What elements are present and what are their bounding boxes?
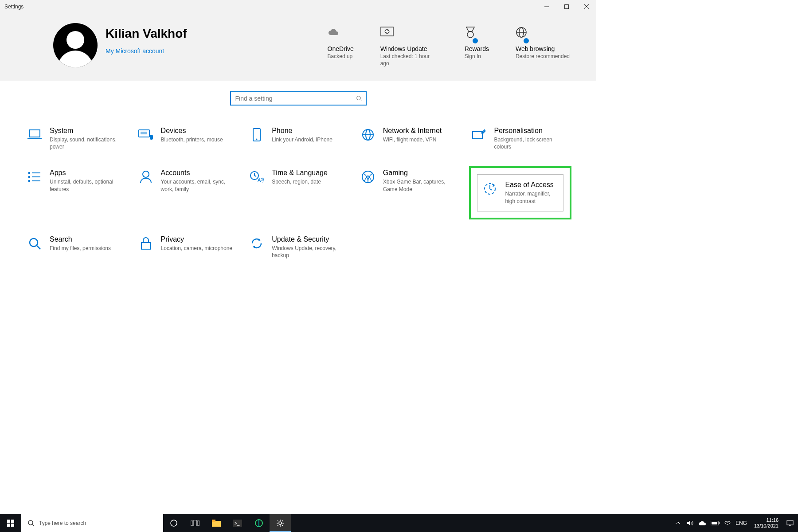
category-gaming[interactable]: GamingXbox Game Bar, captures, Game Mode [358,166,461,219]
tile-label: Web browsing [516,45,555,52]
category-privacy[interactable]: PrivacyLocation, camera, microphone [136,233,239,262]
ease-of-access-highlight: Ease of AccessNarrator, magnifier, high … [469,166,571,219]
search-row [0,81,596,116]
svg-point-5 [467,31,473,38]
svg-rect-22 [473,132,482,139]
xbox-icon [360,169,376,185]
categories-grid: SystemDisplay, sound, notifications, pow… [0,116,596,270]
svg-point-29 [143,171,149,177]
tile-label: Rewards [465,45,489,52]
tile-sub: Last checked: 1 hour ago [380,53,438,67]
search-icon [27,235,43,251]
category-label: Personalisation [494,127,570,135]
category-sub: WiFi, flight mode, VPN [383,136,458,143]
tile-onedrive[interactable]: OneDrive Backed up [328,23,354,67]
my-account-link[interactable]: My Microsoft account [106,47,187,55]
category-system[interactable]: SystemDisplay, sound, notifications, pow… [25,124,127,153]
category-phone[interactable]: PhoneLink your Android, iPhone [247,124,349,153]
category-label: Update & Security [272,235,348,243]
category-label: Gaming [383,169,459,177]
svg-point-9 [356,96,360,100]
category-accounts[interactable]: AccountsYour accounts, email, sync, work… [136,166,239,219]
category-devices[interactable]: DevicesBluetooth, printers, mouse [136,124,239,153]
category-label: Devices [161,127,237,135]
tile-sub: Backed up [328,53,353,60]
category-sub: Windows Update, recovery, backup [272,245,347,259]
svg-rect-24 [28,176,30,178]
svg-point-36 [30,239,38,246]
svg-rect-16 [150,135,153,140]
category-sub: Your accounts, email, sync, work, family [161,178,236,192]
maximize-button[interactable] [556,0,576,13]
category-ease-of-access[interactable]: Ease of AccessNarrator, magnifier, high … [477,174,563,211]
keyboard-icon [138,127,154,143]
svg-line-37 [37,246,40,249]
laptop-icon [27,127,43,143]
search-box[interactable] [230,91,367,106]
svg-rect-23 [28,172,30,174]
category-apps[interactable]: AppsUninstall, defaults, optional featur… [25,166,127,219]
search-input[interactable] [235,94,356,102]
tile-web-browsing[interactable]: Web browsing Restore recommended [516,23,570,67]
header-tiles: OneDrive Backed up Windows Update Last c… [328,23,579,67]
category-label: System [50,127,125,135]
category-personalisation[interactable]: PersonalisationBackground, lock screen, … [469,124,571,153]
tile-sub: Restore recommended [516,53,570,60]
phone-icon [249,127,265,143]
category-sub: Bluetooth, printers, mouse [161,136,236,143]
user-info: Kilian Valkhof My Microsoft account [106,23,187,55]
svg-rect-4 [381,27,393,36]
search-icon [356,95,362,102]
category-sub: Narrator, magnifier, high contrast [505,190,559,204]
user-name: Kilian Valkhof [106,27,187,41]
header: Kilian Valkhof My Microsoft account OneD… [0,13,596,81]
category-label: Time & Language [272,169,348,177]
person-icon [138,169,154,185]
tile-label: OneDrive [328,45,354,52]
list-icon [27,169,43,185]
cloud-icon [328,23,340,42]
category-label: Privacy [161,235,237,243]
titlebar: Settings [0,0,596,13]
close-button[interactable] [576,0,596,13]
category-update-security[interactable]: Update & SecurityWindows Update, recover… [247,233,349,262]
window-title: Settings [0,4,23,10]
category-sub: Speech, region, date [272,178,347,185]
update-icon [380,23,394,42]
category-label: Search [50,235,125,243]
tile-label: Windows Update [380,45,427,52]
ease-icon [482,181,498,197]
category-sub: Uninstall, defaults, optional features [50,178,125,192]
category-search[interactable]: SearchFind my files, permissions [25,233,127,262]
svg-rect-25 [28,180,30,182]
paint-icon [471,127,487,143]
svg-line-32 [254,176,256,176]
svg-rect-11 [29,130,40,137]
time-language-icon: A字 [249,169,265,185]
svg-rect-1 [564,5,568,9]
svg-line-10 [360,100,362,102]
category-label: Phone [272,127,348,135]
category-time-language[interactable]: A字 Time & LanguageSpeech, region, date [247,166,349,219]
category-network[interactable]: Network & InternetWiFi, flight mode, VPN [358,124,461,153]
user-avatar[interactable] [53,23,98,67]
tile-rewards[interactable]: Rewards Sign In [465,23,489,67]
svg-point-18 [256,139,258,140]
minimize-button[interactable] [536,0,556,13]
svg-rect-13 [139,130,149,137]
sync-icon [249,235,265,251]
category-label: Ease of Access [505,181,559,189]
category-sub: Xbox Game Bar, captures, Game Mode [383,178,458,192]
rewards-icon [465,23,476,42]
tile-windows-update[interactable]: Windows Update Last checked: 1 hour ago [380,23,438,67]
svg-text:A字: A字 [258,177,264,183]
category-sub: Location, camera, microphone [161,245,236,252]
category-sub: Background, lock screen, colours [494,136,569,150]
tile-sub: Sign In [465,53,481,60]
category-sub: Find my files, permissions [50,245,125,252]
category-label: Apps [50,169,125,177]
globe-icon [516,23,527,42]
category-label: Network & Internet [383,127,459,135]
svg-rect-38 [141,243,150,249]
category-sub: Display, sound, notifications, power [50,136,125,150]
